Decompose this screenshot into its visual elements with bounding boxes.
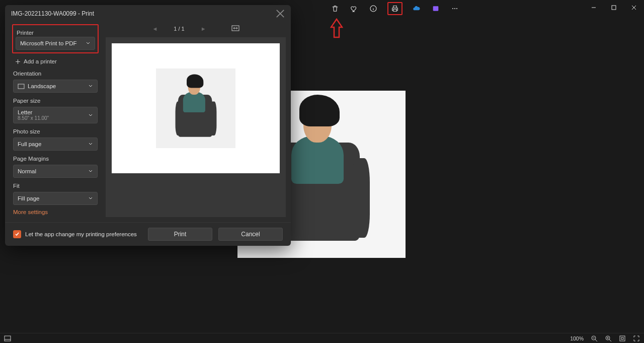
fit-label: Fit — [13, 183, 98, 189]
svg-rect-8 — [5, 336, 11, 341]
status-bar: 100% — [0, 333, 644, 343]
annotation-arrow-icon — [330, 18, 343, 38]
preferences-checkbox[interactable] — [13, 230, 21, 238]
paper-size-dropdown[interactable]: Letter 8.50" x 11.00" — [13, 107, 98, 123]
orientation-label: Orientation — [13, 71, 98, 77]
chevron-down-icon — [88, 195, 93, 201]
preview-panel: ◄ 1 / 1 ► — [106, 22, 291, 222]
preview-photo — [156, 68, 235, 148]
add-printer-label: Add a printer — [24, 58, 57, 64]
orientation-dropdown[interactable]: Landscape — [13, 80, 98, 93]
print-options-panel: Printer Microsoft Print to PDF Add a pri… — [5, 22, 106, 222]
favorite-icon[interactable] — [349, 4, 359, 14]
photo-size-label: Photo size — [13, 128, 98, 134]
add-printer-link[interactable]: Add a printer — [13, 56, 98, 65]
zoom-level: 100% — [570, 335, 584, 341]
svg-rect-1 — [433, 6, 439, 11]
close-button[interactable] — [624, 0, 644, 15]
info-icon[interactable] — [368, 4, 378, 14]
zoom-out-icon[interactable] — [591, 335, 598, 342]
print-icon-highlight — [387, 2, 403, 15]
printer-label: Printer — [14, 28, 97, 37]
landscape-icon — [18, 84, 25, 89]
chevron-down-icon — [88, 83, 93, 89]
chevron-down-icon — [88, 141, 93, 147]
clipchamp-icon[interactable] — [431, 4, 441, 14]
printer-dropdown[interactable]: Microsoft Print to PDF — [16, 37, 95, 50]
chevron-down-icon — [88, 168, 93, 174]
svg-point-4 — [456, 8, 457, 9]
photo-size-value: Full page — [18, 141, 41, 147]
filmstrip-toggle-icon[interactable] — [4, 335, 11, 342]
maximize-button[interactable] — [604, 0, 624, 15]
page-margins-label: Page Margins — [13, 156, 98, 162]
svg-rect-11 — [620, 336, 625, 341]
paper-size-dimensions: 8.50" x 11.00" — [18, 115, 49, 121]
dialog-close-button[interactable] — [276, 9, 285, 18]
delete-icon[interactable] — [330, 4, 340, 14]
svg-rect-6 — [18, 84, 24, 89]
print-dialog: IMG-20221130-WA0099 - Print Printer Micr… — [5, 5, 291, 246]
orientation-value: Landscape — [28, 83, 56, 89]
preview-area — [106, 37, 286, 217]
fit-dropdown[interactable]: Fill page — [13, 192, 98, 205]
toolbar-center — [330, 2, 460, 15]
chevron-down-icon — [88, 112, 93, 118]
photo-size-dropdown[interactable]: Full page — [13, 138, 98, 151]
preview-page — [112, 43, 280, 173]
print-icon[interactable] — [390, 4, 400, 14]
dialog-footer: Let the app change my printing preferenc… — [5, 222, 291, 246]
cancel-button[interactable]: Cancel — [218, 228, 283, 241]
zoom-in-icon[interactable] — [605, 335, 612, 342]
fullscreen-icon[interactable] — [633, 335, 640, 342]
svg-point-2 — [452, 8, 453, 9]
fit-width-icon[interactable] — [231, 25, 239, 32]
page-navigator: ◄ 1 / 1 ► — [106, 22, 286, 35]
next-page-button[interactable]: ► — [201, 26, 206, 32]
minimize-button[interactable] — [584, 0, 604, 15]
preferences-checkbox-row[interactable]: Let the app change my printing preferenc… — [13, 230, 142, 238]
svg-point-3 — [454, 8, 455, 9]
page-margins-dropdown[interactable]: Normal — [13, 165, 98, 178]
svg-rect-5 — [612, 6, 616, 10]
window-controls — [584, 0, 644, 15]
paper-size-label: Paper size — [13, 98, 98, 104]
actual-size-icon[interactable] — [619, 335, 626, 342]
printer-value: Microsoft Print to PDF — [20, 40, 76, 46]
more-settings-link[interactable]: More settings — [13, 209, 98, 215]
chevron-down-icon — [86, 40, 91, 46]
svg-rect-12 — [621, 337, 623, 339]
dialog-title: IMG-20221130-WA0099 - Print — [11, 10, 94, 17]
page-margins-value: Normal — [18, 168, 36, 174]
dialog-header: IMG-20221130-WA0099 - Print — [5, 5, 291, 22]
onedrive-icon[interactable] — [412, 4, 422, 14]
fit-value: Fill page — [18, 195, 39, 201]
print-button[interactable]: Print — [148, 228, 212, 241]
page-indicator: 1 / 1 — [174, 26, 184, 32]
paper-size-value: Letter — [18, 109, 32, 115]
printer-section-highlight: Printer Microsoft Print to PDF — [12, 24, 99, 53]
prev-page-button[interactable]: ◄ — [152, 26, 157, 32]
more-icon[interactable] — [450, 4, 460, 14]
preferences-checkbox-label: Let the app change my printing preferenc… — [25, 231, 137, 237]
